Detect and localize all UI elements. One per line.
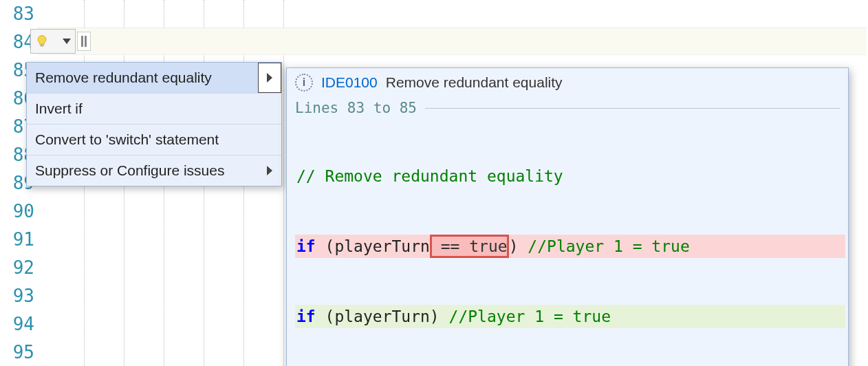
- quick-actions-lightbulb[interactable]: [30, 29, 76, 54]
- collapse-glyph[interactable]: [77, 32, 91, 51]
- chevron-down-icon: [63, 39, 71, 44]
- line-number: 84: [0, 28, 34, 56]
- menu-item-label: Suppress or Configure issues: [35, 162, 224, 178]
- chevron-right-icon: [267, 166, 272, 175]
- menu-item-label: Convert to 'switch' statement: [35, 131, 219, 147]
- diff-deleted-line: if (playerTurn == true) //Player 1 = tru…: [295, 235, 845, 258]
- info-icon: i: [295, 74, 313, 92]
- svg-rect-0: [41, 45, 44, 47]
- submenu-indicator: [258, 155, 281, 186]
- range-label: Lines 83 to 85: [295, 100, 417, 116]
- menu-item-suppress-configure[interactable]: Suppress or Configure issues: [27, 155, 281, 186]
- diff-preview: // Remove redundant equality if (playerT…: [287, 118, 848, 366]
- rule-title: Remove redundant equality: [386, 74, 563, 91]
- line-number: 94: [0, 310, 34, 338]
- line-number: 90: [0, 197, 34, 226]
- lightbulb-icon: [35, 33, 49, 50]
- menu-item-remove-redundant-equality[interactable]: Remove redundant equality: [27, 63, 281, 94]
- diff-removed-token: == true: [430, 235, 509, 258]
- quick-actions-menu: Remove redundant equality Invert if Conv…: [26, 62, 282, 186]
- rule-id-link[interactable]: IDE0100: [321, 74, 378, 91]
- diff-context-line: // Remove redundant equality: [295, 164, 845, 188]
- menu-item-label: Remove redundant equality: [35, 69, 212, 85]
- line-number: 92: [0, 254, 34, 282]
- line-number: 95: [0, 338, 34, 366]
- line-number: 91: [0, 226, 34, 254]
- chevron-right-icon: [267, 73, 272, 83]
- menu-item-convert-switch[interactable]: Convert to 'switch' statement: [27, 125, 281, 155]
- menu-item-invert-if[interactable]: Invert if: [27, 94, 281, 125]
- menu-item-label: Invert if: [35, 100, 83, 116]
- code-fix-preview-panel: i IDE0100 Remove redundant equality Line…: [286, 67, 849, 366]
- line-number: 93: [0, 282, 34, 310]
- line-number: 83: [0, 0, 34, 28]
- preview-header: i IDE0100 Remove redundant equality: [287, 68, 848, 97]
- diff-added-line: if (playerTurn) //Player 1 = true: [295, 305, 845, 328]
- preview-line-range: Lines 83 to 85: [287, 97, 848, 118]
- submenu-indicator: [258, 63, 281, 93]
